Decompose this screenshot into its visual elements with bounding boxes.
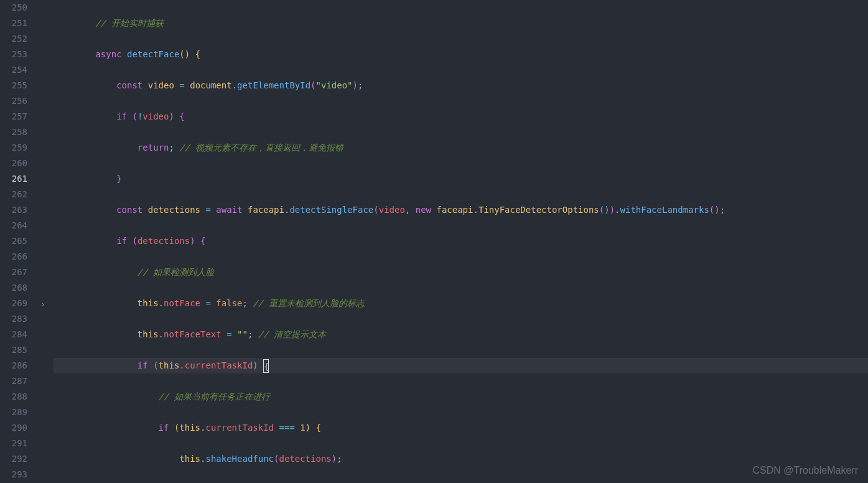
line-number: 269 — [0, 296, 27, 311]
code-line: return; // 视频元素不存在，直接返回，避免报错 — [54, 140, 868, 156]
line-number: 260 — [0, 156, 27, 171]
line-number: 283 — [0, 311, 27, 327]
code-line: this.notFaceText = ""; // 清空提示文本 — [54, 327, 868, 342]
code-line: const video = document.getElementById("v… — [54, 78, 868, 93]
line-number: 285 — [0, 342, 27, 358]
code-editor[interactable]: 250 251 252 253 254 255 256 257 258 259 … — [0, 0, 868, 483]
line-number: 258 — [0, 124, 27, 140]
line-number: 262 — [0, 187, 27, 202]
code-line: // 开始实时捕获 — [54, 16, 868, 31]
line-number: 257 — [0, 109, 27, 124]
line-number: 253 — [0, 47, 27, 62]
line-number: 250 — [0, 0, 27, 16]
code-line: // 如果检测到人脸 — [54, 265, 868, 280]
code-line: if (detections) { — [54, 233, 868, 249]
line-number: 264 — [0, 218, 27, 233]
line-number: 289 — [0, 405, 27, 420]
line-number: 293 — [0, 467, 27, 482]
code-line: this.notFace = false; // 重置未检测到人脸的标志 — [54, 296, 868, 311]
fold-column: › — [39, 0, 49, 483]
line-number: 286 — [0, 358, 27, 373]
code-line: } — [54, 171, 868, 187]
line-number: 265 — [0, 233, 27, 249]
line-number: 259 — [0, 140, 27, 156]
line-number: 252 — [0, 31, 27, 47]
watermark: CSDN @TroubleMakerr — [753, 462, 858, 478]
code-line: if (this.currentTaskId === 1) { — [54, 420, 868, 436]
line-number: 254 — [0, 62, 27, 78]
line-number: 291 — [0, 436, 27, 451]
code-line: const detections = await faceapi.detectS… — [54, 202, 868, 218]
line-number: 261 — [0, 171, 27, 187]
line-number: 256 — [0, 93, 27, 109]
line-number: 287 — [0, 373, 27, 389]
line-number: 263 — [0, 202, 27, 218]
line-number: 251 — [0, 16, 27, 31]
code-line: async detectFace() { — [54, 47, 868, 62]
code-line: if (this.currentTaskId) { — [54, 358, 868, 373]
code-line: this.shakeHeadfunc(detections); — [54, 451, 868, 467]
chevron-right-icon[interactable]: › — [39, 297, 47, 312]
line-number: 266 — [0, 249, 27, 265]
line-number: 267 — [0, 265, 27, 280]
code-line: if (!video) { — [54, 109, 868, 124]
line-number: 290 — [0, 420, 27, 436]
text-cursor: { — [263, 359, 269, 373]
line-number: 284 — [0, 327, 27, 342]
line-number: 255 — [0, 78, 27, 93]
line-number: 292 — [0, 451, 27, 467]
code-area[interactable]: // 开始实时捕获 async detectFace() { const vid… — [49, 0, 868, 483]
line-number: 288 — [0, 389, 27, 405]
line-number: 268 — [0, 280, 27, 296]
code-line: // 如果当前有任务正在进行 — [54, 389, 868, 405]
line-number-gutter: 250 251 252 253 254 255 256 257 258 259 … — [0, 0, 39, 483]
